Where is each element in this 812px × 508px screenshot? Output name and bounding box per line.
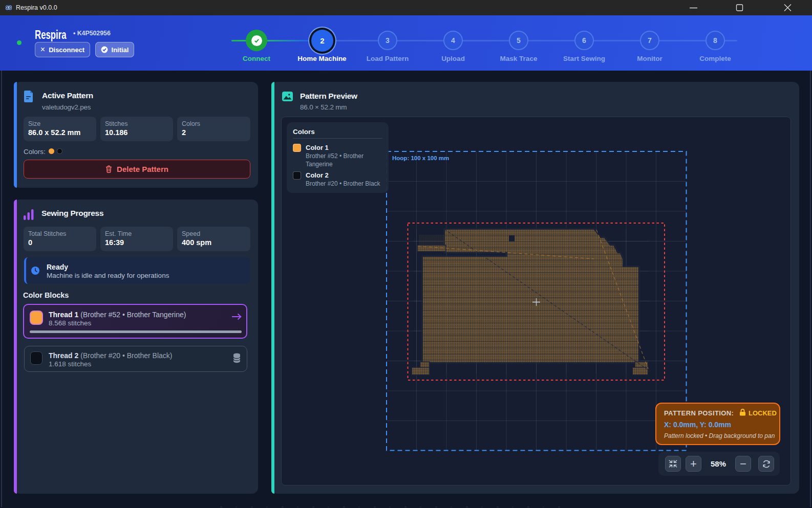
svg-text:Hoop: 100 x 100 mm: Hoop: 100 x 100 mm (392, 155, 449, 161)
